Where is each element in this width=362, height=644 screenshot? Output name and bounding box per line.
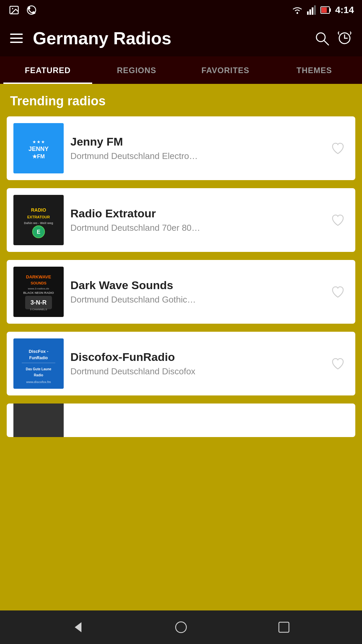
radio-card-partial[interactable] bbox=[7, 404, 355, 437]
svg-rect-44 bbox=[279, 622, 289, 632]
radio-thumbnail-extratour: RADIO EXTRATOUR Dahin wo - Weit weg E bbox=[13, 195, 64, 245]
svg-text:3 CHANNELS: 3 CHANNELS bbox=[30, 308, 47, 311]
radio-thumbnail-discofox: DiscFox - FunRadio Das Gute Laune Radio … bbox=[13, 338, 64, 389]
radio-info-darkwave: Dark Wave Sounds Dortmund Deutschland Go… bbox=[70, 279, 320, 305]
radio-name-extratour: Radio Extratour bbox=[70, 207, 320, 220]
radio-card-jenny[interactable]: ★ ★ ★ JENNY ★FM Jenny FM Dortmund Deutsc… bbox=[7, 116, 355, 180]
svg-text:EXTRATOUR: EXTRATOUR bbox=[27, 215, 50, 219]
radio-name-discofox: Discofox-FunRadio bbox=[70, 351, 320, 364]
svg-rect-6 bbox=[312, 7, 313, 15]
home-button[interactable] bbox=[171, 617, 191, 637]
svg-text:www.3-radios.de: www.3-radios.de bbox=[27, 287, 49, 290]
radio-info-jenny: Jenny FM Dortmund Deutschland Electro… bbox=[70, 135, 320, 161]
svg-rect-10 bbox=[321, 7, 327, 13]
svg-text:BLACK NEON RADIO: BLACK NEON RADIO bbox=[23, 291, 54, 294]
svg-rect-41 bbox=[13, 404, 64, 437]
svg-text:★FM: ★FM bbox=[32, 154, 45, 159]
signal-icon bbox=[307, 5, 316, 15]
wifi-icon bbox=[292, 6, 303, 14]
section-title: Trending radios bbox=[7, 94, 355, 108]
radio-thumbnail-darkwave: DARKWAVE SOUNDS www.3-radios.de BLACK NE… bbox=[13, 267, 64, 317]
radio-desc-extratour: Dortmund Deutschland 70er 80… bbox=[70, 223, 320, 233]
search-button[interactable] bbox=[314, 31, 329, 46]
radio-desc-discofox: Dortmund Deutschland Discofox bbox=[70, 366, 320, 377]
battery-icon bbox=[320, 5, 331, 15]
status-bar: 4:14 bbox=[0, 0, 362, 20]
tab-themes[interactable]: THEMES bbox=[270, 56, 359, 84]
tab-favorites[interactable]: FAVORITES bbox=[181, 56, 270, 84]
alarm-button[interactable] bbox=[337, 31, 352, 46]
app-header: Germany Radios bbox=[0, 20, 362, 56]
menu-button[interactable] bbox=[10, 34, 23, 43]
svg-text:3-N-R: 3-N-R bbox=[31, 299, 47, 306]
radio-name-jenny: Jenny FM bbox=[70, 135, 320, 148]
svg-text:★ ★ ★: ★ ★ ★ bbox=[33, 140, 45, 144]
header-right bbox=[314, 31, 352, 46]
main-content: Trending radios ★ ★ ★ JENNY ★FM Jenny FM… bbox=[0, 84, 362, 610]
recents-button[interactable] bbox=[274, 617, 294, 637]
status-bar-right: 4:14 bbox=[292, 5, 354, 15]
tabs-bar: FEATURED REGIONS FAVORITES THEMES bbox=[0, 56, 362, 84]
svg-point-1 bbox=[12, 8, 13, 9]
svg-text:DiscFox -: DiscFox - bbox=[29, 349, 49, 354]
svg-rect-7 bbox=[314, 5, 316, 15]
svg-rect-4 bbox=[307, 11, 309, 15]
status-bar-left bbox=[8, 4, 38, 16]
svg-text:Radio: Radio bbox=[34, 373, 43, 377]
radio-info-extratour: Radio Extratour Dortmund Deutschland 70e… bbox=[70, 207, 320, 233]
svg-text:E: E bbox=[37, 229, 41, 235]
header-left: Germany Radios bbox=[10, 28, 171, 48]
radio-card-extratour[interactable]: RADIO EXTRATOUR Dahin wo - Weit weg E Ra… bbox=[7, 188, 355, 252]
back-button[interactable] bbox=[68, 617, 88, 637]
svg-point-43 bbox=[176, 622, 186, 633]
radio-thumbnail-partial bbox=[13, 404, 64, 437]
radio-thumbnail-jenny: ★ ★ ★ JENNY ★FM bbox=[13, 123, 64, 173]
radio-desc-darkwave: Dortmund Deutschland Gothic… bbox=[70, 294, 320, 305]
svg-text:JENNY: JENNY bbox=[28, 146, 49, 152]
svg-rect-9 bbox=[329, 8, 331, 12]
app-title: Germany Radios bbox=[33, 28, 171, 48]
svg-rect-34 bbox=[15, 340, 62, 387]
radio-desc-jenny: Dortmund Deutschland Electro… bbox=[70, 151, 320, 161]
svg-text:Das Gute Laune: Das Gute Laune bbox=[26, 367, 52, 371]
svg-text:DARKWAVE: DARKWAVE bbox=[26, 274, 51, 279]
favorite-button-darkwave[interactable] bbox=[327, 281, 349, 303]
tab-featured[interactable]: FEATURED bbox=[3, 56, 92, 84]
bottom-navigation bbox=[0, 610, 362, 644]
time-display: 4:14 bbox=[335, 5, 354, 15]
favorite-button-discofox[interactable] bbox=[327, 353, 349, 374]
radio-name-darkwave: Dark Wave Sounds bbox=[70, 279, 320, 292]
svg-text:www.discofox.fm: www.discofox.fm bbox=[26, 380, 51, 384]
radio-card-darkwave[interactable]: DARKWAVE SOUNDS www.3-radios.de BLACK NE… bbox=[7, 260, 355, 324]
svg-text:SOUNDS: SOUNDS bbox=[31, 281, 46, 285]
favorite-button-jenny[interactable] bbox=[327, 138, 349, 159]
radio-card-discofox[interactable]: DiscFox - FunRadio Das Gute Laune Radio … bbox=[7, 332, 355, 395]
svg-rect-5 bbox=[309, 9, 311, 15]
phone-icon bbox=[25, 4, 38, 16]
svg-marker-42 bbox=[75, 622, 81, 632]
image-icon bbox=[8, 4, 20, 16]
tab-regions[interactable]: REGIONS bbox=[92, 56, 181, 84]
svg-line-12 bbox=[324, 41, 328, 45]
svg-text:FunRadio: FunRadio bbox=[29, 356, 48, 360]
svg-text:Dahin wo - Weit weg: Dahin wo - Weit weg bbox=[24, 221, 53, 225]
favorite-button-extratour[interactable] bbox=[327, 209, 349, 231]
radio-info-discofox: Discofox-FunRadio Dortmund Deutschland D… bbox=[70, 351, 320, 377]
svg-point-3 bbox=[296, 12, 298, 14]
svg-text:RADIO: RADIO bbox=[31, 207, 46, 213]
